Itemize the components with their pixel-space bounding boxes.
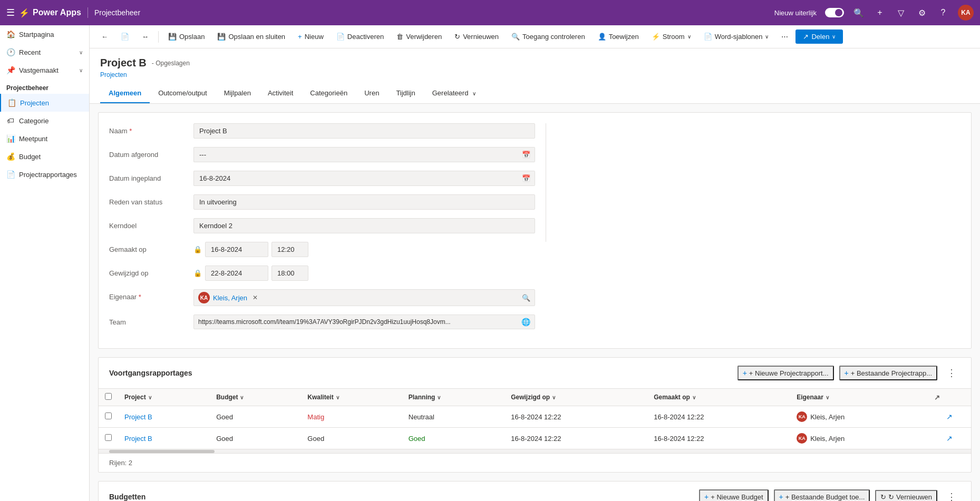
- template-button[interactable]: 📄 Word-sjablonen ∨: [698, 30, 774, 43]
- share-button[interactable]: ↗ Delen ∨: [795, 30, 843, 44]
- owner-name[interactable]: Kleis, Arjen: [213, 294, 247, 302]
- gemaakt-op-date-input[interactable]: [205, 242, 268, 257]
- record-title-row: Project B - Opgeslagen: [100, 57, 969, 69]
- edit-button[interactable]: ↔: [137, 30, 154, 43]
- lock-icon2: 🔒: [193, 269, 202, 277]
- select-all-checkbox[interactable]: [105, 393, 112, 400]
- tab-activiteit[interactable]: Activiteit: [259, 84, 302, 103]
- breadcrumb[interactable]: Projecten: [100, 71, 969, 78]
- record-title: Project B: [100, 57, 147, 69]
- search-icon[interactable]: 🔍: [852, 6, 865, 19]
- add-icon[interactable]: +: [874, 6, 886, 19]
- assign-button[interactable]: 👤 Toewijzen: [593, 30, 644, 43]
- deactivate-button[interactable]: 📄 Deactiveren: [331, 30, 389, 43]
- sidebar-item-recent[interactable]: 🕐Recent ∨: [0, 43, 89, 61]
- sidebar-item-vastgemaakt[interactable]: 📌Vastgemaakt ∨: [0, 61, 89, 79]
- table-row: Project B Goed Goed Goed 16-8-2024 12:22…: [99, 428, 971, 449]
- tab-gerelateerd[interactable]: Gerelateerd ∨: [424, 84, 484, 103]
- access-button[interactable]: 🔍 Toegang controleren: [506, 30, 590, 43]
- back-button[interactable]: ←: [96, 30, 113, 43]
- sidebar-item-budget[interactable]: 💰 Budget: [0, 148, 89, 165]
- new-button[interactable]: + Nieuw: [293, 30, 329, 43]
- row1-gewijzigd: 16-8-2024 12:22: [504, 406, 647, 428]
- sidebar-item-startpagina[interactable]: 🏠Startpagina: [0, 25, 89, 43]
- sidebar-item-projectrapportages[interactable]: 📄 Projectrapportages: [0, 165, 89, 183]
- globe-icon[interactable]: 🌐: [521, 318, 530, 326]
- gewijzigd-op-time-input[interactable]: [271, 266, 308, 281]
- template-icon: 📄: [704, 33, 712, 41]
- save-button[interactable]: 💾 Opslaan: [163, 30, 210, 43]
- voortgang-more-button[interactable]: ⋮: [943, 365, 960, 381]
- voortgang-header: Voortgangsrapportages + + Nieuwe Project…: [99, 358, 971, 389]
- tab-algemeen[interactable]: Algemeen: [100, 84, 150, 103]
- calendar-icon[interactable]: 📅: [518, 147, 535, 162]
- save-close-icon: 💾: [217, 33, 226, 41]
- sidebar-item-categorie[interactable]: 🏷 Categorie: [0, 112, 89, 130]
- row2-project[interactable]: Project B: [118, 428, 210, 449]
- sort-gewijzigd-icon: ∨: [552, 395, 556, 400]
- tab-categorieen[interactable]: Categorieën: [302, 84, 356, 103]
- tab-uren[interactable]: Uren: [356, 84, 387, 103]
- new-budget-button[interactable]: + + Nieuwe Budget: [699, 489, 769, 501]
- template-chevron: ∨: [765, 34, 769, 40]
- owner-avatar: KA: [198, 292, 210, 303]
- budget-section: Budgetten + + Nieuwe Budget + + Bestaand…: [98, 481, 972, 501]
- app-title: ⚡ Power Apps: [19, 8, 81, 18]
- new-projectrapport-button[interactable]: + + Nieuwe Projectrapport...: [738, 366, 834, 380]
- owner-search-icon[interactable]: 🔍: [522, 294, 530, 302]
- refresh-budget-icon: ↻: [880, 493, 886, 501]
- naam-input[interactable]: [193, 123, 535, 139]
- delete-button[interactable]: 🗑 Verwijderen: [391, 30, 447, 43]
- gemaakt-op-label: Gemaakt op: [109, 242, 193, 253]
- col-kwaliteit: Kwaliteit ∨: [301, 389, 402, 406]
- hamburger-icon[interactable]: ☰: [6, 7, 15, 18]
- sort-gemaakt-icon: ∨: [692, 395, 696, 400]
- more-button[interactable]: ⋯: [776, 30, 793, 43]
- save-close-button[interactable]: 💾 Opslaan en sluiten: [212, 30, 290, 43]
- team-url[interactable]: https://teams.microsoft.com/l/team/19%3A…: [198, 318, 518, 326]
- calendar-ingepland-icon[interactable]: 📅: [518, 171, 535, 186]
- row2-checkbox[interactable]: [105, 434, 112, 441]
- row1-planning: Neutraal: [402, 406, 504, 428]
- datum-ingepland-input[interactable]: [193, 171, 518, 186]
- kerndoel-value: Kerndoel 2: [193, 218, 535, 233]
- tab-outcome[interactable]: Outcome/output: [150, 84, 216, 103]
- toolbar-divider1: [158, 31, 159, 43]
- owner-remove-button[interactable]: ✕: [253, 294, 258, 301]
- row1-checkbox[interactable]: [105, 412, 112, 419]
- row1-gemaakt: 16-8-2024 12:22: [647, 406, 790, 428]
- row1-project[interactable]: Project B: [118, 406, 210, 428]
- voortgang-section: Voortgangsrapportages + + Nieuwe Project…: [98, 357, 972, 473]
- kerndoel-row: Kerndoel Kerndoel 2: [109, 218, 535, 233]
- budget-more-button[interactable]: ⋮: [943, 489, 960, 501]
- existing-budget-button[interactable]: + + Bestaande Budget toe...: [774, 489, 870, 501]
- filter-icon[interactable]: ▽: [895, 6, 907, 19]
- view-button[interactable]: 📄: [115, 30, 134, 43]
- toolbar: ← 📄 ↔ 💾 Opslaan 💾 Opslaan en sluiten + N…: [90, 25, 980, 48]
- row2-open-button[interactable]: ↗: [934, 434, 965, 443]
- record-header: Project B - Opgeslagen Projecten Algemee…: [90, 48, 980, 104]
- gewijzigd-op-label: Gewijzigd op: [109, 266, 193, 277]
- table-scrollbar[interactable]: [99, 449, 971, 453]
- refresh-button[interactable]: ↻ Vernieuwen: [449, 30, 504, 43]
- settings-icon[interactable]: ⚙: [916, 6, 928, 19]
- top-nav: ☰ ⚡ Power Apps Projectbeheer Nieuw uiter…: [0, 0, 980, 25]
- flow-button[interactable]: ⚡ Stroom ∨: [646, 30, 696, 43]
- new-uiterlijk-label: Nieuw uiterlijk: [774, 9, 817, 17]
- datum-afgerond-input[interactable]: [193, 147, 518, 162]
- gewijzigd-op-value: 🔒: [193, 266, 535, 281]
- gewijzigd-op-date-input[interactable]: [205, 266, 268, 281]
- tab-tijdlijn[interactable]: Tijdlijn: [387, 84, 423, 103]
- help-icon[interactable]: ?: [937, 6, 949, 19]
- sidebar-item-projecten[interactable]: 📋 Projecten: [0, 94, 89, 112]
- gemaakt-op-time-input[interactable]: [271, 242, 308, 257]
- new-uiterlijk-toggle[interactable]: [825, 8, 844, 17]
- datum-afgerond-row: Datum afgerond 📅: [109, 147, 535, 162]
- sidebar-item-meetpunt[interactable]: 📊 Meetpunt: [0, 130, 89, 148]
- existing-projectrapp-button[interactable]: + + Bestaande Projectrapp...: [839, 366, 937, 380]
- assign-icon: 👤: [598, 33, 606, 41]
- avatar[interactable]: KA: [958, 5, 974, 21]
- refresh-budget-button[interactable]: ↻ ↻ Vernieuwen: [875, 490, 937, 502]
- row1-open-button[interactable]: ↗: [934, 412, 965, 421]
- tab-mijlpalen[interactable]: Mijlpalen: [216, 84, 259, 103]
